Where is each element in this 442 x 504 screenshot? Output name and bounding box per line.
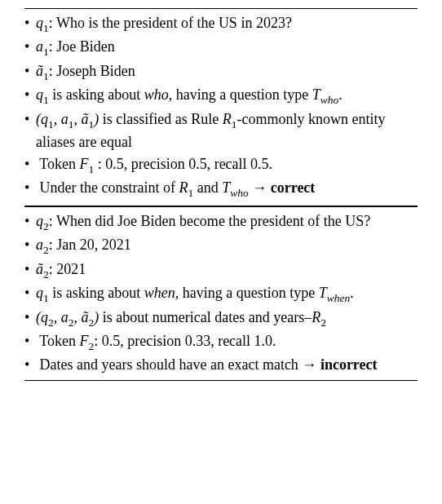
bullet-icon: • [24, 61, 36, 82]
bullet-icon: • [24, 178, 36, 198]
text: is classified as Rule [99, 111, 222, 127]
line-rule1: •(q1, a1, ã1) is classified as Rule R1-c… [24, 109, 418, 153]
var-T: T [312, 86, 320, 103]
text: (q2, a2, ã2) [36, 309, 99, 325]
line-rule2: •(q2, a2, ã2) is about numerical dates a… [24, 307, 418, 330]
sub-1: 1 [43, 70, 49, 82]
text: . [338, 86, 343, 103]
text: : 2021 [49, 261, 86, 277]
bullet-icon: • [24, 283, 36, 303]
sub-2: 2 [43, 244, 49, 256]
var-q: q [36, 285, 43, 301]
sub-1: 1 [43, 22, 49, 34]
line-qtype1: •q1 is asking about who, having a questi… [24, 85, 418, 108]
line-q2: •q2: When did Joe Biden become the presi… [24, 211, 418, 234]
text: : Joseph Biden [49, 63, 135, 79]
text: (q1, a1, ã1) [36, 111, 99, 127]
sub-2: 2 [43, 267, 49, 280]
sub-when: when [327, 292, 351, 304]
bullet-icon: • [24, 13, 36, 33]
line-token2: • Token F2: 0.5, precision 0.33, recall … [24, 331, 418, 354]
text: : 0.5, precision 0.33, recall 1.0. [94, 333, 276, 349]
var-T: T [319, 285, 327, 301]
sub-2: 2 [43, 219, 49, 232]
var-R: R [312, 309, 320, 325]
sub-1: 1 [43, 292, 49, 304]
text: , having a question type [169, 86, 312, 103]
var-a: a [36, 237, 43, 253]
var-F: F [79, 156, 88, 172]
text: : Jan 20, 2021 [49, 237, 131, 253]
bullet-icon: • [24, 307, 36, 328]
text: Token [36, 333, 79, 349]
text: Under the constraint of [36, 179, 179, 196]
bullet-icon: • [24, 211, 36, 232]
var-a: a [36, 38, 43, 55]
example-block-2: •q2: When did Joe Biden become the presi… [24, 206, 418, 381]
text: and [193, 179, 222, 196]
correct-label: correct [271, 179, 316, 196]
line-atilde1: •ã1: Joseph Biden [24, 61, 418, 84]
var-q: q [36, 86, 43, 103]
bullet-icon: • [24, 259, 36, 280]
var-q: q [36, 213, 43, 229]
line-result2: • Dates and years should have an exact m… [24, 355, 418, 375]
var-F: F [79, 333, 88, 349]
line-a2: •a2: Jan 20, 2021 [24, 235, 418, 258]
when-italic: when [144, 285, 175, 301]
text: Token [36, 156, 79, 172]
bullet-icon: • [24, 331, 36, 351]
text: : Who is the president of the US in 2023… [49, 15, 292, 31]
text: is asking about [49, 86, 144, 103]
var-q: q [36, 15, 43, 31]
sub-who: who [320, 94, 339, 106]
text: is asking about [49, 285, 144, 301]
incorrect-label: incorrect [320, 356, 378, 373]
sub-1: 1 [43, 94, 49, 106]
bullet-icon: • [24, 37, 36, 57]
text: , having a question type [175, 285, 319, 301]
sub-who: who [230, 187, 249, 199]
var-R: R [179, 179, 188, 196]
sub-2: 2 [320, 316, 326, 328]
var-atilde: ã [36, 63, 43, 79]
bullet-icon: • [24, 355, 36, 375]
line-q1: •q1: Who is the president of the US in 2… [24, 13, 418, 36]
var-T: T [222, 179, 230, 196]
text: Dates and years should have an exact mat… [36, 356, 320, 373]
bullet-icon: • [24, 154, 36, 175]
bullet-icon: • [24, 235, 36, 255]
var-atilde: ã [36, 261, 43, 277]
who-italic: who [144, 86, 169, 103]
text: . [350, 285, 354, 301]
line-qtype2: •q1 is asking about when, having a quest… [24, 283, 418, 306]
bullet-icon: • [24, 85, 36, 105]
text: : 0.5, precision 0.5, recall 0.5. [94, 156, 272, 172]
line-atilde2: •ã2: 2021 [24, 259, 418, 282]
bullet-icon: • [24, 109, 36, 130]
var-R: R [223, 111, 232, 127]
line-result1: • Under the constraint of R1 and Twho → … [24, 178, 418, 201]
text: → [249, 179, 271, 196]
example-block-1: •q1: Who is the president of the US in 2… [24, 8, 418, 206]
line-a1: •a1: Joe Biden [24, 37, 418, 60]
text: : When did Joe Biden become the presiden… [49, 213, 371, 229]
sub-1: 1 [43, 46, 49, 58]
text: : Joe Biden [49, 38, 115, 55]
text: is about numerical dates and years– [99, 309, 312, 325]
line-token1: • Token F1 : 0.5, precision 0.5, recall … [24, 154, 418, 177]
